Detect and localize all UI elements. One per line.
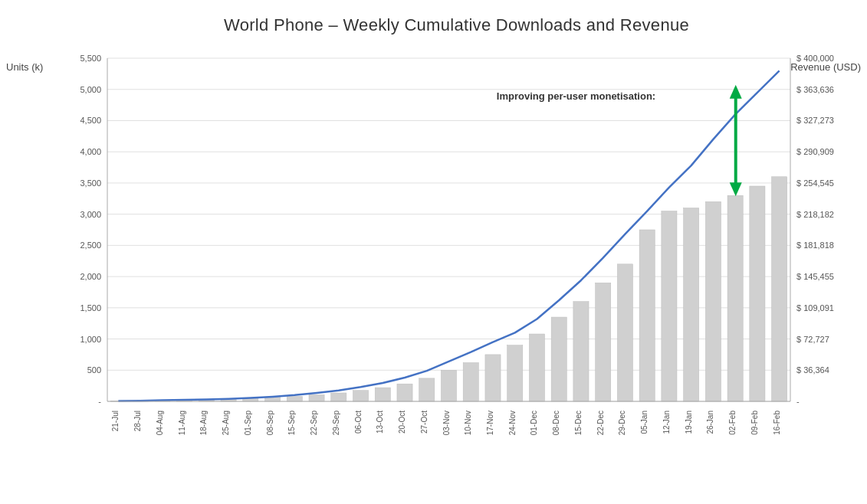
svg-text:5,500: 5,500 (80, 54, 101, 63)
svg-text:04-Aug: 04-Aug (156, 411, 164, 435)
svg-text:17-Nov: 17-Nov (486, 411, 494, 435)
svg-text:$ 400,000: $ 400,000 (796, 54, 834, 63)
svg-text:28-Jul: 28-Jul (133, 411, 142, 431)
svg-text:3,500: 3,500 (80, 178, 101, 188)
svg-text:4,000: 4,000 (80, 147, 101, 156)
svg-text:1,000: 1,000 (80, 335, 101, 344)
svg-text:20-Oct: 20-Oct (398, 411, 406, 434)
svg-rect-48 (375, 388, 390, 401)
svg-rect-66 (772, 177, 787, 401)
svg-rect-63 (705, 201, 721, 401)
svg-rect-55 (529, 334, 544, 401)
svg-text:27-Oct: 27-Oct (420, 411, 429, 434)
svg-text:22-Sep: 22-Sep (310, 411, 318, 436)
svg-text:4,500: 4,500 (80, 116, 101, 125)
chart-container: World Phone – Weekly Cumulative Download… (0, 0, 867, 504)
svg-rect-58 (596, 283, 611, 401)
svg-text:Improving per-user monetisatio: Improving per-user monetisation: (497, 90, 655, 102)
svg-rect-50 (419, 378, 435, 401)
svg-text:22-Dec: 22-Dec (596, 411, 605, 435)
svg-text:29-Dec: 29-Dec (618, 411, 626, 435)
svg-text:06-Oct: 06-Oct (354, 411, 363, 434)
svg-rect-57 (573, 302, 589, 401)
svg-text:$ 145,455: $ 145,455 (796, 272, 834, 281)
svg-text:19-Jan: 19-Jan (685, 411, 693, 434)
svg-text:$ 109,091: $ 109,091 (796, 303, 834, 313)
svg-text:-: - (796, 397, 800, 406)
svg-text:$ 72,727: $ 72,727 (796, 335, 829, 344)
svg-rect-44 (287, 396, 302, 401)
svg-text:02-Feb: 02-Feb (728, 411, 737, 435)
svg-rect-61 (662, 211, 677, 401)
svg-rect-46 (331, 393, 346, 401)
svg-text:09-Feb: 09-Feb (750, 411, 759, 435)
svg-text:12-Jan: 12-Jan (662, 411, 671, 434)
chart-title: World Phone – Weekly Cumulative Download… (61, 15, 852, 35)
svg-text:05-Jan: 05-Jan (640, 411, 649, 434)
svg-text:16-Feb: 16-Feb (773, 411, 781, 435)
svg-text:21-Jul: 21-Jul (111, 411, 120, 431)
svg-text:$ 363,636: $ 363,636 (796, 85, 834, 94)
svg-text:5,000: 5,000 (80, 85, 101, 94)
svg-text:$ 181,818: $ 181,818 (796, 241, 834, 250)
svg-rect-51 (441, 370, 456, 401)
svg-text:$ 218,182: $ 218,182 (796, 210, 834, 219)
svg-text:01-Sep: 01-Sep (244, 411, 252, 436)
svg-text:13-Oct: 13-Oct (376, 411, 384, 434)
svg-text:500: 500 (87, 365, 101, 375)
svg-text:26-Jan: 26-Jan (706, 411, 714, 434)
svg-marker-101 (730, 182, 742, 196)
svg-text:3,000: 3,000 (80, 210, 101, 219)
svg-rect-64 (727, 195, 743, 401)
svg-marker-100 (730, 85, 742, 99)
svg-text:-: - (98, 397, 101, 406)
svg-rect-56 (551, 317, 567, 401)
y-axis-left-label: Units (k) (6, 61, 43, 73)
svg-text:10-Nov: 10-Nov (464, 411, 472, 435)
svg-text:$ 36,364: $ 36,364 (796, 365, 829, 375)
main-chart-svg: --500$ 36,3641,000$ 72,7271,500$ 109,091… (61, 43, 852, 470)
svg-rect-62 (684, 208, 699, 401)
svg-text:01-Dec: 01-Dec (530, 411, 538, 435)
svg-text:$ 290,909: $ 290,909 (796, 147, 834, 156)
svg-rect-53 (485, 355, 501, 401)
svg-rect-65 (750, 186, 765, 401)
svg-text:15-Sep: 15-Sep (287, 411, 296, 436)
svg-rect-52 (463, 362, 478, 401)
svg-text:18-Aug: 18-Aug (199, 411, 208, 435)
svg-text:$ 254,545: $ 254,545 (796, 178, 834, 188)
svg-text:08-Sep: 08-Sep (266, 411, 274, 436)
svg-rect-60 (639, 230, 655, 401)
svg-text:11-Aug: 11-Aug (178, 411, 186, 435)
svg-text:2,500: 2,500 (80, 241, 101, 250)
svg-text:08-Dec: 08-Dec (552, 411, 560, 435)
svg-text:29-Sep: 29-Sep (332, 411, 340, 436)
svg-rect-59 (617, 264, 632, 401)
svg-text:2,000: 2,000 (80, 272, 101, 281)
svg-text:15-Dec: 15-Dec (574, 411, 583, 435)
svg-rect-47 (353, 391, 368, 401)
svg-text:25-Aug: 25-Aug (222, 411, 230, 435)
svg-rect-45 (309, 394, 324, 401)
svg-text:24-Nov: 24-Nov (508, 411, 517, 435)
svg-rect-54 (507, 345, 523, 401)
svg-text:03-Nov: 03-Nov (442, 411, 451, 435)
svg-text:1,500: 1,500 (80, 303, 101, 313)
svg-rect-49 (397, 384, 412, 401)
svg-text:$ 327,273: $ 327,273 (796, 116, 834, 125)
chart-area: --500$ 36,3641,000$ 72,7271,500$ 109,091… (61, 43, 852, 470)
